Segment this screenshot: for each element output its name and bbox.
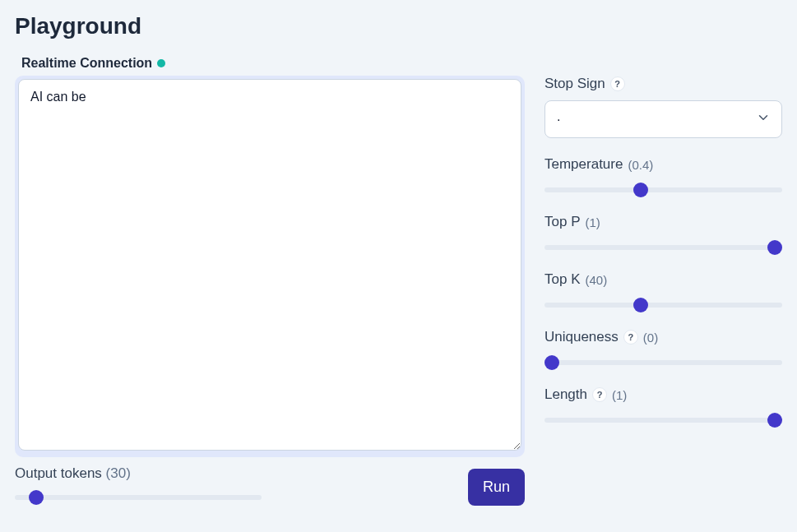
prompt-textarea-frame (15, 76, 525, 457)
connection-label: Realtime Connection (21, 56, 152, 71)
uniqueness-label: Uniqueness (544, 329, 619, 345)
output-tokens-control: Output tokens (30) (15, 465, 262, 503)
help-icon[interactable]: ? (610, 76, 625, 91)
length-group: Length ? (1) (544, 386, 782, 426)
uniqueness-group: Uniqueness ? (0) (544, 329, 782, 368)
uniqueness-slider[interactable] (544, 360, 782, 365)
top-p-slider[interactable] (544, 245, 782, 250)
run-button[interactable]: Run (468, 469, 525, 506)
help-icon[interactable]: ? (623, 330, 638, 345)
connection-indicator-icon (157, 59, 165, 67)
temperature-group: Temperature (0.4) (544, 156, 782, 196)
stop-sign-group: Stop Sign ? . (544, 76, 782, 138)
length-label: Length (544, 386, 587, 403)
page-title: Playground (15, 13, 782, 39)
output-tokens-slider[interactable] (15, 495, 262, 500)
stop-sign-select[interactable]: . (544, 100, 782, 138)
parameters-panel: Stop Sign ? . Temperature (0.4) Top P (1… (544, 56, 782, 506)
top-p-label: Top P (544, 214, 580, 230)
left-column: Realtime Connection Output tokens (30) R… (15, 56, 525, 506)
top-k-label: Top K (544, 271, 580, 288)
temperature-label: Temperature (544, 156, 623, 173)
prompt-textarea[interactable] (18, 79, 521, 451)
top-p-group: Top P (1) (544, 214, 782, 253)
connection-status: Realtime Connection (21, 56, 525, 71)
stop-sign-label: Stop Sign (544, 76, 605, 92)
temperature-slider[interactable] (544, 187, 782, 192)
length-slider[interactable] (544, 418, 782, 423)
help-icon[interactable]: ? (592, 387, 607, 402)
output-tokens-label: Output tokens (30) (15, 465, 262, 482)
top-k-group: Top K (40) (544, 271, 782, 311)
top-k-slider[interactable] (544, 303, 782, 308)
